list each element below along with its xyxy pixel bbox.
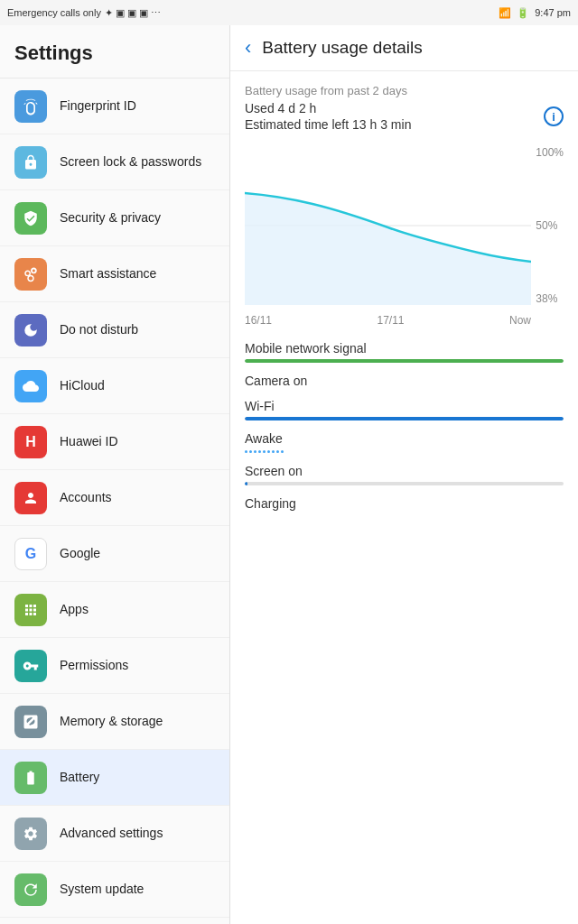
right-panel: ‹ Battery usage details Battery usage fr… bbox=[230, 25, 578, 924]
battery-chart: 100% 50% 38% 16/11 17/11 bbox=[245, 146, 564, 327]
fingerprint-label: Fingerprint ID bbox=[60, 97, 136, 114]
awake-dot bbox=[263, 450, 266, 453]
battery-used-label: Used 4 d 2 h bbox=[245, 101, 411, 116]
advanced-icon bbox=[14, 818, 47, 850]
time-display: 9:47 pm bbox=[535, 7, 571, 18]
battery-icon bbox=[14, 762, 47, 794]
apps-label: Apps bbox=[60, 601, 89, 617]
sidebar-item-hicloud[interactable]: HiCloud bbox=[0, 358, 229, 414]
battery-from-label: Battery usage from past 2 days bbox=[245, 84, 564, 97]
screenlock-icon bbox=[14, 146, 47, 179]
chart-label-50: 50% bbox=[536, 219, 564, 232]
status-left: Emergency calls only ✦ ▣ ▣ ▣ ⋯ bbox=[7, 7, 161, 19]
info-button[interactable]: i bbox=[544, 106, 564, 126]
status-right: 📶 🔋 9:47 pm bbox=[499, 7, 571, 19]
sidebar-item-advanced[interactable]: Advanced settings bbox=[0, 806, 229, 862]
chart-svg-area bbox=[245, 146, 531, 305]
mobile-bar-container bbox=[245, 359, 564, 363]
chart-dates: 16/11 17/11 Now bbox=[245, 314, 531, 327]
fingerprint-icon bbox=[14, 90, 47, 123]
main-layout: Settings Fingerprint IDScreen lock & pas… bbox=[0, 25, 578, 924]
battery-label: Battery bbox=[60, 769, 99, 785]
usage-item-charging: Charging bbox=[245, 496, 564, 511]
usage-item-mobile: Mobile network signal bbox=[245, 341, 564, 363]
huawei-icon: H bbox=[14, 426, 47, 458]
sidebar-item-sysupdate[interactable]: System update bbox=[0, 862, 229, 918]
camera-label: Camera on bbox=[245, 374, 564, 388]
battery-icon: 🔋 bbox=[517, 7, 529, 19]
status-bar: Emergency calls only ✦ ▣ ▣ ▣ ⋯ 📶 🔋 9:47 … bbox=[0, 0, 578, 25]
memory-icon bbox=[14, 706, 47, 738]
mobile-bar bbox=[245, 359, 564, 363]
panel-header: ‹ Battery usage details bbox=[230, 25, 578, 71]
sysupdate-icon bbox=[14, 873, 47, 906]
apps-icon bbox=[14, 594, 47, 626]
sysupdate-label: System update bbox=[60, 881, 144, 897]
sidebar-item-battery[interactable]: Battery bbox=[0, 750, 229, 806]
back-button[interactable]: ‹ bbox=[245, 38, 251, 58]
screenlock-label: Screen lock & passwords bbox=[60, 153, 201, 170]
awake-dot bbox=[258, 450, 261, 453]
wifi-bar-container bbox=[245, 417, 564, 420]
battery-estimated-label: Estimated time left 13 h 3 min bbox=[245, 117, 411, 132]
charging-label: Charging bbox=[245, 496, 564, 511]
status-text: Emergency calls only bbox=[7, 7, 101, 18]
wifi-icon: 📶 bbox=[499, 7, 511, 19]
wifi-label: Wi-Fi bbox=[245, 399, 564, 413]
awake-dot bbox=[245, 450, 247, 453]
permissions-icon bbox=[14, 650, 47, 682]
permissions-label: Permissions bbox=[60, 657, 128, 673]
huawei-label: Huawei ID bbox=[60, 433, 118, 449]
security-icon bbox=[14, 202, 47, 235]
chart-label-100: 100% bbox=[536, 146, 564, 159]
smart-icon bbox=[14, 258, 47, 291]
sidebar-item-huawei[interactable]: HHuawei ID bbox=[0, 414, 229, 470]
awake-dot bbox=[272, 450, 275, 453]
sidebar-item-fingerprint[interactable]: Fingerprint ID bbox=[0, 79, 229, 134]
usage-item-wifi: Wi-Fi bbox=[245, 399, 564, 420]
awake-dot bbox=[254, 450, 256, 453]
memory-label: Memory & storage bbox=[60, 713, 163, 729]
dnd-label: Do not disturb bbox=[60, 321, 138, 337]
chart-date-start: 16/11 bbox=[245, 314, 272, 327]
sidebar-title: Settings bbox=[0, 25, 229, 79]
awake-dots bbox=[245, 449, 564, 453]
hicloud-label: HiCloud bbox=[60, 377, 105, 393]
sidebar-item-screenlock[interactable]: Screen lock & passwords bbox=[0, 134, 229, 190]
sidebar-item-memory[interactable]: Memory & storage bbox=[0, 694, 229, 750]
sidebar-item-security[interactable]: Security & privacy bbox=[0, 190, 229, 246]
awake-dot bbox=[249, 450, 252, 453]
screenon-bar-container bbox=[245, 482, 564, 485]
smart-label: Smart assistance bbox=[60, 265, 156, 282]
accounts-icon bbox=[14, 482, 47, 514]
panel-content: Battery usage from past 2 days Used 4 d … bbox=[230, 71, 578, 924]
chart-date-now: Now bbox=[509, 314, 531, 327]
chart-labels-right: 100% 50% 38% bbox=[536, 146, 564, 327]
awake-label: Awake bbox=[245, 431, 564, 446]
awake-dot bbox=[281, 450, 284, 453]
sidebar-item-apps[interactable]: Apps bbox=[0, 582, 229, 638]
sidebar-item-accounts[interactable]: Accounts bbox=[0, 470, 229, 526]
sidebar-item-dnd[interactable]: Do not disturb bbox=[0, 302, 229, 358]
advanced-label: Advanced settings bbox=[60, 825, 163, 841]
sidebar: Settings Fingerprint IDScreen lock & pas… bbox=[0, 25, 230, 924]
chart-label-38: 38% bbox=[536, 292, 564, 305]
google-label: Google bbox=[60, 545, 100, 561]
awake-dot bbox=[267, 450, 270, 453]
panel-title: Battery usage details bbox=[262, 38, 422, 58]
sidebar-item-google[interactable]: GGoogle bbox=[0, 526, 229, 582]
wifi-bar bbox=[245, 417, 564, 420]
screenon-label: Screen on bbox=[245, 464, 564, 478]
sidebar-item-permissions[interactable]: Permissions bbox=[0, 638, 229, 694]
screenon-bar bbox=[245, 482, 247, 485]
sidebar-item-smart[interactable]: Smart assistance bbox=[0, 246, 229, 302]
dnd-icon bbox=[14, 314, 47, 346]
sidebar-item-about[interactable]: About tablet bbox=[0, 918, 229, 924]
usage-item-awake: Awake bbox=[245, 431, 564, 453]
mobile-label: Mobile network signal bbox=[245, 341, 564, 356]
chart-date-mid: 17/11 bbox=[377, 314, 404, 327]
battery-used-row: Used 4 d 2 h Estimated time left 13 h 3 … bbox=[245, 101, 564, 132]
usage-item-screenon: Screen on bbox=[245, 464, 564, 485]
usage-item-camera: Camera on bbox=[245, 374, 564, 388]
google-icon: G bbox=[14, 538, 47, 570]
